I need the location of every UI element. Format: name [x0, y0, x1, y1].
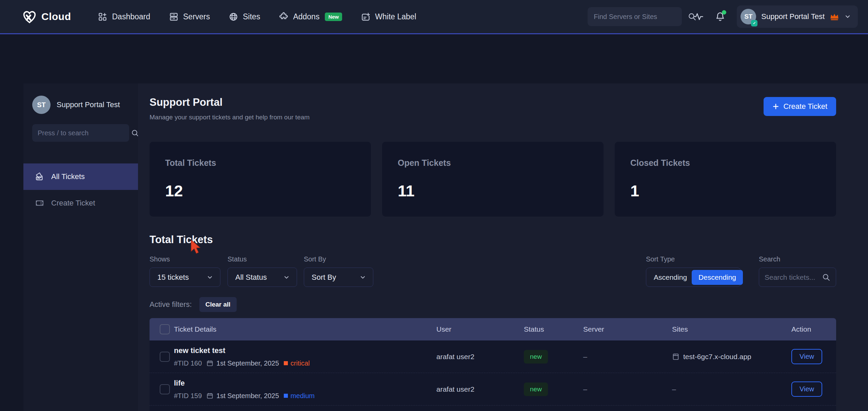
calendar-icon	[206, 392, 213, 399]
nav-item-servers[interactable]: Servers	[169, 12, 210, 21]
tickets-table: Ticket Details User Status Server Sites …	[150, 318, 836, 411]
chevron-down-icon	[359, 274, 366, 281]
ticket-id: #TID 159	[174, 392, 202, 400]
sidebar-search-input[interactable]	[38, 129, 127, 137]
dashboard-icon	[98, 12, 107, 21]
notification-dot	[722, 10, 726, 15]
sidebar-item-label: Create Ticket	[51, 199, 95, 208]
ascending-option[interactable]: Ascending	[649, 273, 692, 281]
stat-label: Total Tickets	[165, 158, 355, 168]
ticket-search[interactable]	[759, 268, 836, 287]
select-all-checkbox[interactable]	[160, 324, 170, 334]
stat-card-open: Open Tickets 11	[382, 142, 604, 217]
search-icon	[822, 273, 830, 281]
descending-option[interactable]: Descending	[692, 270, 743, 285]
priority-badge: medium	[284, 392, 315, 400]
site-icon	[672, 353, 679, 360]
sidebar-menu: All Tickets Create Ticket	[23, 163, 138, 216]
avatar-badge: ✓	[751, 20, 757, 26]
column-ticket-details: Ticket Details	[174, 325, 436, 333]
mouse-cursor	[190, 239, 201, 254]
active-filters-label: Active filters:	[150, 300, 192, 309]
account-menu[interactable]: ST ✓ Support Portal Test	[737, 5, 858, 28]
view-button[interactable]: View	[791, 381, 822, 397]
stat-value: 12	[165, 181, 355, 200]
puzzle-icon	[279, 12, 288, 21]
sidebar-item-all-tickets[interactable]: All Tickets	[23, 163, 138, 190]
page-subtitle: Manage your support tickets and get help…	[150, 114, 310, 121]
chevron-down-icon	[206, 274, 213, 281]
row-checkbox[interactable]	[160, 352, 170, 362]
site-cell: test-6gc7.x-cloud.app	[672, 353, 791, 361]
brand-logo[interactable]: Cloud	[22, 9, 71, 24]
activity-icon[interactable]	[693, 12, 704, 22]
user-cell: arafat user2	[436, 353, 524, 361]
sort-type-toggle: Ascending Descending	[646, 268, 741, 287]
calendar-icon	[206, 360, 213, 367]
page-title: Support Portal	[150, 96, 310, 109]
page-header: Support Portal Manage your support ticke…	[150, 96, 836, 121]
stat-value: 11	[398, 181, 588, 200]
shows-dropdown[interactable]: 15 tickets	[150, 268, 220, 287]
sort-type-label: Sort Type	[646, 255, 741, 263]
chevron-down-icon	[283, 274, 290, 281]
ticket-search-input[interactable]	[765, 273, 818, 281]
navbar-right: ST ✓ Support Portal Test	[588, 5, 858, 28]
new-badge: New	[325, 13, 342, 21]
clear-all-button[interactable]: Clear all	[199, 297, 237, 312]
nav-item-addons[interactable]: Addons New	[279, 12, 342, 21]
top-navbar: Cloud Dashboard Servers	[0, 0, 868, 33]
crown-icon	[830, 13, 839, 21]
ticket-search-label: Search	[759, 255, 836, 263]
ticket-id: #TID 160	[174, 359, 202, 367]
notifications-bell-icon[interactable]	[715, 12, 725, 22]
global-search-input[interactable]	[594, 13, 684, 21]
ticket-date: 1st September, 2025	[206, 392, 279, 400]
stat-cards: Total Tickets 12 Open Tickets 11 Closed …	[150, 142, 836, 217]
sidebar-search[interactable]	[32, 124, 129, 142]
priority-badge: critical	[284, 359, 310, 367]
table-row: life #TID 159 1st September, 2025 medium…	[150, 373, 836, 406]
stat-value: 1	[630, 181, 821, 200]
view-button[interactable]: View	[791, 349, 822, 364]
white-label-icon	[361, 12, 370, 21]
site-cell: –	[672, 385, 791, 393]
account-name: Support Portal Test	[761, 12, 825, 21]
nav-item-sites[interactable]: Sites	[229, 12, 260, 21]
servers-icon	[169, 12, 178, 21]
sidebar-item-create-ticket[interactable]: Create Ticket	[23, 190, 138, 216]
chevron-down-icon	[844, 13, 851, 20]
ticket-title: new ticket test	[174, 346, 436, 355]
table-header: Ticket Details User Status Server Sites …	[150, 318, 836, 340]
create-ticket-button[interactable]: Create Ticket	[764, 97, 836, 116]
nav-item-label: White Label	[375, 12, 416, 21]
stat-card-total: Total Tickets 12	[150, 142, 371, 217]
avatar-initials: ST	[744, 13, 752, 20]
global-search[interactable]	[588, 7, 682, 26]
column-status: Status	[524, 325, 583, 333]
column-user: User	[436, 325, 524, 333]
sort-by-label: Sort By	[304, 255, 373, 263]
content-frame: ST Support Portal Test All Tickets	[0, 34, 868, 411]
ticket-icon	[35, 198, 44, 208]
status-dropdown[interactable]: All Status	[228, 268, 297, 287]
user-cell: arafat user2	[436, 385, 524, 393]
column-action: Action	[791, 325, 836, 333]
sort-by-dropdown[interactable]: Sort By	[304, 268, 373, 287]
ticket-date: 1st September, 2025	[206, 359, 279, 367]
stat-label: Open Tickets	[398, 158, 588, 168]
account-avatar: ST ✓	[741, 9, 756, 24]
sidebar: ST Support Portal Test All Tickets	[23, 83, 138, 411]
stat-label: Closed Tickets	[630, 158, 821, 168]
nav-item-label: Sites	[243, 12, 260, 21]
nav-item-label: Dashboard	[112, 12, 150, 21]
row-checkbox[interactable]	[160, 384, 170, 394]
shows-label: Shows	[150, 255, 220, 263]
column-server: Server	[583, 325, 672, 333]
nav-item-label: Addons	[293, 12, 319, 21]
nav-item-white-label[interactable]: White Label	[361, 12, 416, 21]
table-row: hello tick #TID 158 1st September, 2025 …	[150, 406, 836, 411]
status-label: Status	[228, 255, 297, 263]
nav-item-dashboard[interactable]: Dashboard	[98, 12, 150, 21]
globe-icon	[229, 12, 238, 21]
